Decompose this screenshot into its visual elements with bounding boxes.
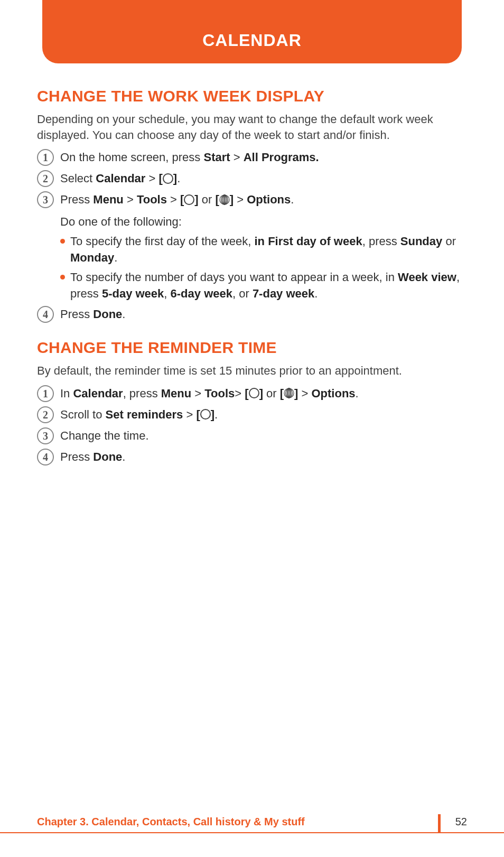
step-number-icon: 1 [37, 149, 54, 166]
footer-divider [438, 814, 441, 833]
bullet-dot-icon [60, 275, 65, 280]
step-number-icon: 1 [37, 385, 54, 402]
step-text: Select Calendar > []. [60, 170, 467, 187]
footer-chapter-label: Chapter 3. Calendar, Contacts, Call hist… [37, 816, 305, 828]
page-header-title: CALENDAR [202, 31, 302, 50]
document-page: { "header": { "title": "CALENDAR" }, "se… [0, 0, 504, 857]
content-area: CHANGE THE WORK WEEK DISPLAY Depending o… [37, 87, 467, 470]
ok-button-icon [184, 194, 194, 205]
ok-button-icon [200, 409, 211, 420]
step-3: 3 Press Menu > Tools > [] or [] > Option… [37, 191, 467, 208]
section2-steps: 1 In Calendar, press Menu > Tools> [] or… [37, 385, 467, 465]
bullet-text: To specify the first day of the week, in… [70, 234, 467, 266]
step-text: Press Done. [60, 306, 467, 323]
section1-steps: 1 On the home screen, press Start > All … [37, 149, 467, 208]
step-number-icon: 2 [37, 406, 54, 423]
step-number-icon: 4 [37, 306, 54, 323]
step-1: 1 In Calendar, press Menu > Tools> [] or… [37, 385, 467, 402]
header-tab: CALENDAR [42, 0, 462, 63]
ok-button-icon [249, 388, 259, 398]
footer-page-number: 52 [455, 816, 467, 828]
bullet-text: To specify the number of days you want t… [70, 269, 467, 302]
section2: CHANGE THE REMINDER TIME By default, the… [37, 339, 467, 465]
step-number-icon: 2 [37, 170, 54, 187]
step-number-icon: 3 [37, 191, 54, 208]
step-4: 4 Press Done. [37, 449, 467, 465]
step-text: In Calendar, press Menu > Tools> [] or [… [60, 385, 467, 402]
step-4: 4 Press Done. [37, 306, 467, 323]
bullet-item: To specify the first day of the week, in… [60, 234, 467, 266]
step-3: 3 Change the time. [37, 427, 467, 444]
bullet-dot-icon [60, 239, 65, 244]
ok-button-icon [163, 173, 173, 184]
footer-rule [0, 832, 504, 833]
step-text: Press Menu > Tools > [] or [] > Options. [60, 191, 467, 208]
section1-intro: Depending on your schedule, you may want… [37, 111, 467, 143]
step3-bullets: To specify the first day of the week, in… [60, 234, 467, 302]
section1-steps-cont: 4 Press Done. [37, 306, 467, 323]
step-2: 2 Select Calendar > []. [37, 170, 467, 187]
speaker-icon [284, 387, 294, 399]
step-text: Press Done. [60, 449, 467, 465]
speaker-icon [219, 194, 230, 206]
step-2: 2 Scroll to Set reminders > []. [37, 406, 467, 423]
step-text: On the home screen, press Start > All Pr… [60, 149, 467, 166]
step-text: Scroll to Set reminders > []. [60, 406, 467, 423]
step-number-icon: 3 [37, 427, 54, 444]
step-number-icon: 4 [37, 449, 54, 465]
step3-subnote: Do one of the following: [60, 213, 467, 230]
step-text: Change the time. [60, 427, 467, 444]
page-footer: Chapter 3. Calendar, Contacts, Call hist… [0, 812, 504, 833]
section-title-workweek: CHANGE THE WORK WEEK DISPLAY [37, 87, 467, 105]
bullet-item: To specify the number of days you want t… [60, 269, 467, 302]
section-title-reminder: CHANGE THE REMINDER TIME [37, 339, 467, 357]
step-1: 1 On the home screen, press Start > All … [37, 149, 467, 166]
section2-intro: By default, the reminder time is set 15 … [37, 363, 467, 379]
